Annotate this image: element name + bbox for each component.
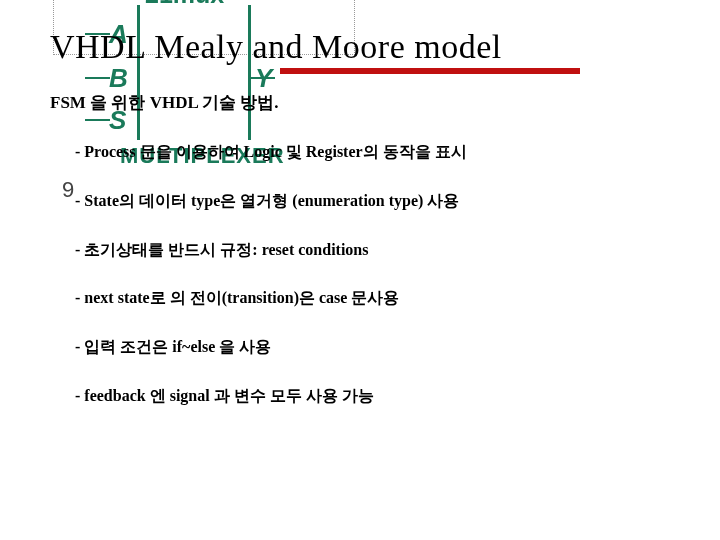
bullet-list: - Process 문을 이용하여 Logic 및 Register의 동작을 … bbox=[50, 142, 680, 407]
bullet-item: - 입력 조건은 if~else 을 사용 bbox=[75, 337, 680, 358]
bullet-item: - State의 데이터 type은 열거형 (enumeration type… bbox=[75, 191, 680, 212]
slide-title: VHDL Mealy and Moore model bbox=[50, 28, 502, 66]
title-underline bbox=[280, 68, 580, 74]
bullet-item: - 초기상태를 반드시 규정: reset conditions bbox=[75, 240, 680, 261]
bullet-item: - next state로 의 전이(transition)은 case 문사용 bbox=[75, 288, 680, 309]
bullet-item: - feedback 엔 signal 과 변수 모두 사용 가능 bbox=[75, 386, 680, 407]
slide-content: VHDL Mealy and Moore model FSM 을 위한 VHDL… bbox=[0, 0, 720, 435]
slide-subtitle: FSM 을 위한 VHDL 기술 방법. bbox=[50, 91, 680, 114]
bullet-item: - Process 문을 이용하여 Logic 및 Register의 동작을 … bbox=[75, 142, 680, 163]
